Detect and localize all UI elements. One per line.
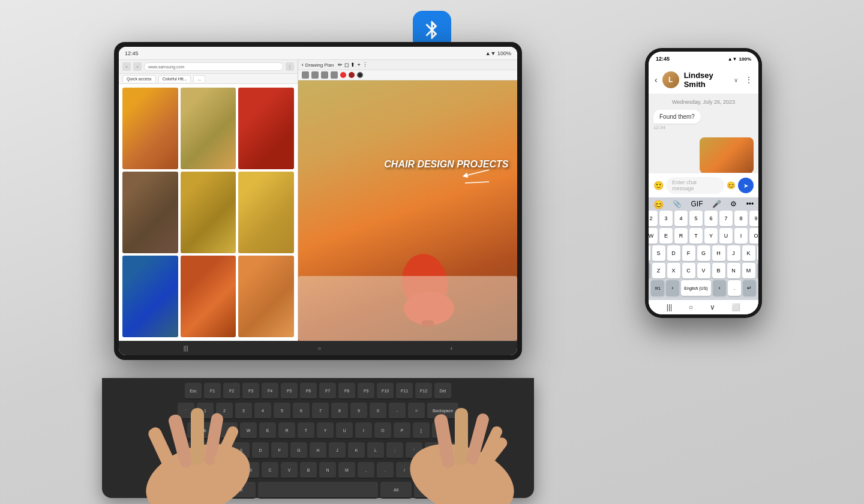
browser-tabs[interactable]: Quick access Colorful Htt... ...	[119, 74, 298, 84]
phone-key-symbols[interactable]: !#1	[651, 280, 664, 296]
key-t[interactable]: T	[298, 422, 314, 439]
color-dark-red[interactable]	[349, 72, 355, 78]
kb-mic-icon[interactable]: 🎤	[712, 200, 721, 209]
key-9[interactable]: 9	[350, 403, 367, 419]
key-f3[interactable]: F3	[242, 383, 259, 400]
key-p[interactable]: P	[394, 422, 410, 439]
browser-tab-2[interactable]: Colorful Htt...	[158, 75, 191, 82]
kb-gif-icon[interactable]: GIF	[691, 200, 703, 209]
browser-menu-button[interactable]: ⋮	[286, 62, 294, 71]
drawing-tool-add[interactable]: +	[357, 62, 360, 68]
phone-nav-down[interactable]: ∨	[710, 303, 715, 311]
key-c[interactable]: C	[262, 462, 278, 479]
kb-clip-icon[interactable]: 📎	[673, 200, 682, 209]
phone-nav-corner[interactable]: ⬜	[731, 303, 740, 311]
phone-key-b[interactable]: B	[712, 263, 725, 278]
key-y[interactable]: Y	[317, 422, 334, 439]
key-alt-left[interactable]: Alt	[224, 482, 256, 499]
tablet-nav-recent[interactable]: |||	[184, 345, 188, 352]
phone-key-9[interactable]: 9	[749, 211, 758, 226]
phone-key-i[interactable]: I	[734, 228, 748, 244]
phone-key-right-arrow[interactable]: ›	[713, 280, 726, 296]
kb-more-icon[interactable]: •••	[746, 200, 754, 209]
key-6[interactable]: 6	[293, 403, 310, 419]
key-a[interactable]: A	[214, 442, 230, 459]
phone-chat-input[interactable]: Enter chat message	[666, 177, 724, 194]
key-5[interactable]: 5	[274, 403, 290, 419]
key-f1[interactable]: F1	[204, 383, 221, 400]
key-w[interactable]: W	[240, 422, 257, 439]
key-k[interactable]: K	[348, 442, 365, 459]
drawing-back-icon[interactable]: ‹	[302, 62, 304, 68]
key-shift-left[interactable]: Shift	[190, 462, 221, 479]
key-l[interactable]: L	[367, 442, 384, 459]
phone-key-a[interactable]: A	[649, 245, 650, 261]
drawing-tool-pen[interactable]: ✏	[338, 62, 343, 68]
key-h[interactable]: H	[310, 442, 326, 459]
key-enter[interactable]: Enter	[425, 442, 456, 459]
phone-key-f[interactable]: F	[682, 245, 695, 261]
phone-key-space[interactable]: English (US)	[681, 280, 711, 296]
key-capslock[interactable]: Caps Lock	[180, 442, 211, 459]
tool-icon-1[interactable]	[302, 71, 309, 79]
browser-tab-add[interactable]: ...	[193, 75, 205, 82]
key-comma[interactable]: ,	[358, 462, 374, 479]
tool-icon-3[interactable]	[321, 71, 328, 79]
phone-keyboard-toolbar[interactable]: 😊 📎 GIF 🎤 ⚙ •••	[651, 200, 756, 209]
phone-nav-recent[interactable]: |||	[667, 303, 672, 311]
key-slash[interactable]: /	[396, 462, 413, 479]
color-black[interactable]	[357, 72, 363, 78]
key-x[interactable]: X	[242, 462, 259, 479]
phone-key-k[interactable]: K	[742, 245, 755, 261]
key-g[interactable]: G	[290, 442, 307, 459]
key-o[interactable]: O	[374, 422, 391, 439]
phone-input-bar[interactable]: 🙂 Enter chat message 😊 ➤	[649, 173, 758, 197]
phone-key-6[interactable]: 6	[704, 211, 718, 226]
tool-icon-4[interactable]	[331, 71, 338, 79]
phone-key-g[interactable]: G	[697, 245, 710, 261]
kb-settings-icon[interactable]: ⚙	[730, 200, 737, 209]
key-end[interactable]: End	[414, 482, 445, 499]
phone-key-c[interactable]: C	[682, 263, 695, 278]
key-0[interactable]: 0	[370, 403, 386, 419]
key-backspace[interactable]: Backspace	[427, 403, 458, 419]
key-alt-right[interactable]: Alt	[380, 482, 412, 499]
key-z[interactable]: Z	[223, 462, 240, 479]
browser-back-button[interactable]: ‹	[122, 62, 131, 71]
phone-key-5[interactable]: 5	[689, 211, 703, 226]
phone-key-n[interactable]: N	[727, 263, 740, 278]
key-2[interactable]: 2	[216, 403, 233, 419]
key-minus[interactable]: -	[389, 403, 406, 419]
browser-url-bar[interactable]: www.samsung.com	[144, 62, 283, 71]
kb-emoji-icon[interactable]: 😊	[653, 200, 664, 209]
browser-toolbar[interactable]: ‹ › www.samsung.com ⋮	[119, 60, 298, 74]
key-r[interactable]: R	[278, 422, 295, 439]
key-f10[interactable]: F10	[377, 383, 394, 400]
drawing-tool-more[interactable]: ⋮	[362, 62, 368, 68]
key-f9[interactable]: F9	[358, 383, 374, 400]
phone-key-backspace[interactable]: ⌫	[757, 263, 759, 278]
emoji-icon[interactable]: 🙂	[653, 181, 664, 190]
key-n[interactable]: N	[319, 462, 336, 479]
phone-key-7[interactable]: 7	[719, 211, 733, 226]
phone-key-o[interactable]: O	[749, 228, 758, 244]
key-1[interactable]: 1	[197, 403, 214, 419]
phone-key-w[interactable]: W	[649, 228, 658, 244]
key-v[interactable]: V	[281, 462, 298, 479]
key-f6[interactable]: F6	[300, 383, 317, 400]
key-f8[interactable]: F8	[338, 383, 355, 400]
phone-key-return[interactable]: ↵	[743, 280, 756, 296]
color-red[interactable]	[340, 72, 346, 78]
phone-key-r[interactable]: R	[674, 228, 688, 244]
phone-key-h[interactable]: H	[712, 245, 725, 261]
key-q[interactable]: Q	[221, 422, 238, 439]
key-i[interactable]: I	[355, 422, 372, 439]
phone-key-j[interactable]: J	[727, 245, 740, 261]
phone-key-s[interactable]: S	[652, 245, 665, 261]
phone-key-left-arrow[interactable]: ‹	[666, 280, 679, 296]
key-quote[interactable]: '	[406, 442, 422, 459]
phone-key-z[interactable]: Z	[652, 263, 665, 278]
browser-tab-1[interactable]: Quick access	[122, 75, 156, 82]
phone-key-m[interactable]: M	[742, 263, 755, 278]
phone-key-2[interactable]: 2	[649, 211, 658, 226]
